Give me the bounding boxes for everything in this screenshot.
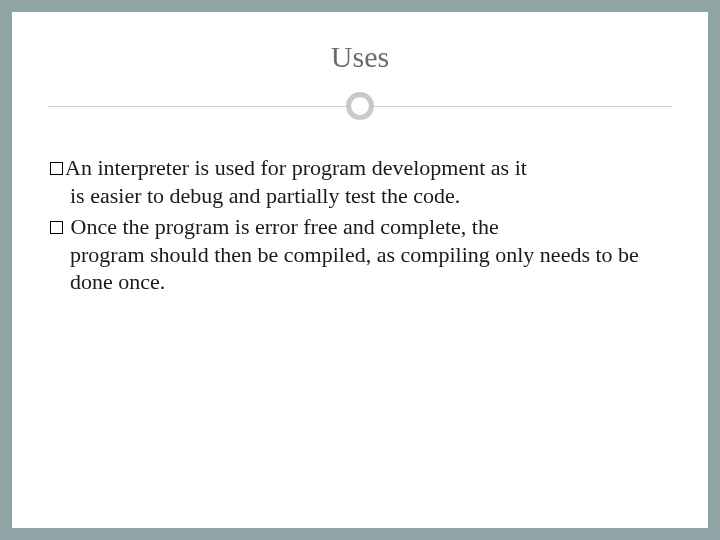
square-bullet-icon — [50, 162, 63, 175]
bullet-item: Once the program is error free and compl… — [50, 213, 670, 296]
square-bullet-icon — [50, 221, 63, 234]
title-area: Uses — [48, 40, 672, 120]
bullet-text-line1: Once the program is error free and compl… — [65, 214, 499, 239]
slide: Uses An interpreter is used for program … — [12, 12, 708, 528]
bullet-text-rest: program should then be compiled, as comp… — [70, 241, 670, 296]
bullet-item: An interpreter is used for program devel… — [50, 154, 670, 209]
title-divider — [48, 92, 672, 120]
slide-title: Uses — [48, 40, 672, 74]
bullet-text-rest: is easier to debug and partially test th… — [70, 182, 670, 210]
content-area: An interpreter is used for program devel… — [48, 154, 672, 296]
bullet-text-line1: An interpreter is used for program devel… — [65, 155, 527, 180]
divider-circle-icon — [346, 92, 374, 120]
